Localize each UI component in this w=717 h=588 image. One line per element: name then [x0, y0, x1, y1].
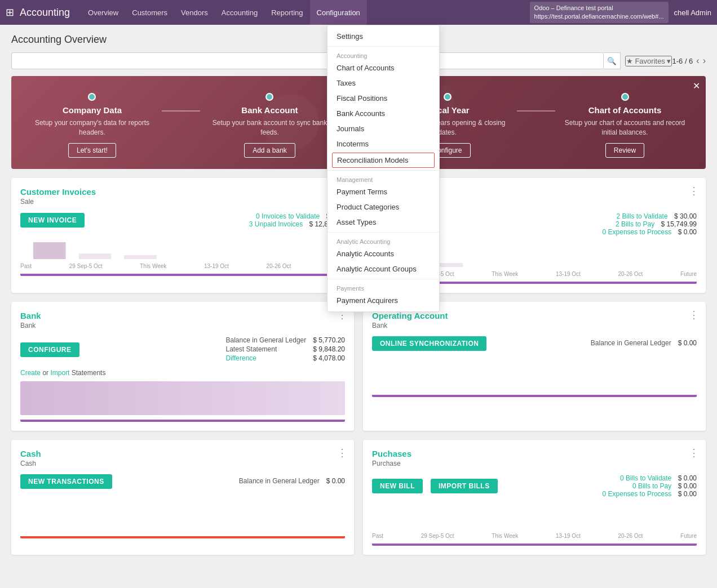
banner-step-chart: Chart of Accounts Setup your chart of ac…: [555, 87, 694, 158]
customer-invoices-card: ⋮ Customer Invoices Sale NEW INVOICE 0 I…: [11, 178, 354, 293]
dropdown-analytic-account-groups[interactable]: Analytic Account Groups: [327, 261, 439, 277]
unpaid-invoices-label[interactable]: 3 Unpaid Invoices: [249, 220, 303, 228]
expenses-value: $ 0.00: [678, 228, 697, 236]
dropdown-product-categories[interactable]: Product Categories: [327, 199, 439, 215]
dropdown-chart-of-accounts[interactable]: Chart of Accounts: [327, 60, 439, 75]
cash-menu[interactable]: ⋮: [337, 447, 347, 459]
customer-invoices-actions: NEW INVOICE 0 Invoices to Validate $ 0.0…: [20, 212, 345, 228]
dropdown-management-label: Management: [327, 173, 439, 184]
dropdown-payments-label: Payments: [327, 282, 439, 293]
banner-step-bank: Bank Account Setup your bank account to …: [200, 87, 339, 158]
dropdown-reconciliation-models[interactable]: Reconciliation Models: [332, 153, 435, 168]
expenses-label[interactable]: 0 Expenses to Process: [603, 228, 672, 236]
nav-vendors[interactable]: Vendors: [174, 0, 215, 25]
dropdown-settings[interactable]: Settings: [327, 29, 439, 44]
purch-bills-validate-label[interactable]: 0 Bills to Validate: [620, 474, 671, 482]
new-transactions-button[interactable]: NEW TRANSACTIONS: [20, 474, 112, 489]
user-menu[interactable]: chell Admin: [674, 8, 711, 17]
favorites-button[interactable]: ★ Favorites ▾: [625, 56, 672, 66]
purch-bills-pay-label[interactable]: 0 Bills to Pay: [632, 482, 671, 490]
invoices-to-validate-label[interactable]: 0 Invoices to Validate: [256, 212, 320, 220]
svg-rect-2: [124, 255, 157, 259]
banner-step-company: Company Data Setup your company's data f…: [23, 87, 162, 158]
dropdown-fiscal-positions[interactable]: Fiscal Positions: [327, 91, 439, 106]
dropdown-payment-terms[interactable]: Payment Terms: [327, 184, 439, 199]
nav-customers[interactable]: Customers: [125, 0, 174, 25]
bank-balance-diff: Difference $ 4,078.00: [226, 354, 345, 362]
step-desc-1: Setup your company's data for reports he…: [28, 118, 156, 137]
step-btn-4[interactable]: Review: [605, 143, 644, 158]
bills-to-pay-label[interactable]: 2 Bills to Pay: [616, 220, 654, 228]
configure-button[interactable]: CONFIGURE: [20, 342, 79, 357]
online-sync-button[interactable]: ONLINE SYNCHRONIZATION: [372, 336, 486, 351]
cash-subtitle: Cash: [20, 460, 345, 467]
step-title-2: Bank Account: [206, 105, 334, 115]
dropdown-divider-1: [327, 46, 439, 47]
dropdown-bank-accounts[interactable]: Bank Accounts: [327, 106, 439, 121]
step-title-1: Company Data: [28, 105, 156, 115]
nav-accounting[interactable]: Accounting: [215, 0, 264, 25]
pagination-next[interactable]: ›: [703, 56, 706, 66]
dropdown-divider-3: [327, 232, 439, 233]
pagination-prev[interactable]: ‹: [696, 56, 699, 66]
operating-account-card: ⋮ Operating Account Bank ONLINE SYNCHRON…: [363, 302, 706, 431]
import-statements-link[interactable]: Import: [50, 369, 69, 377]
dropdown-journals[interactable]: Journals: [327, 121, 439, 136]
bank-actions: CONFIGURE Balance in General Ledger $ 5,…: [20, 336, 345, 363]
operating-balance-general: Balance in General Ledger $ 0.00: [591, 339, 697, 347]
search-button[interactable]: 🔍: [604, 52, 621, 69]
bank-subtitle: Bank: [20, 322, 345, 329]
dropdown-analytic-accounts[interactable]: Analytic Accounts: [327, 246, 439, 261]
purch-expenses-label[interactable]: 0 Expenses to Process: [603, 490, 672, 498]
customer-invoices-chart: [20, 234, 345, 262]
dropdown-analytic-label: Analytic Accounting: [327, 235, 439, 246]
import-bills-button[interactable]: IMPORT BILLS: [431, 479, 498, 493]
nav-configuration[interactable]: Configuration: [310, 0, 367, 25]
bank-links: Create or Import Statements: [20, 369, 345, 377]
step-desc-4: Setup your chart of accounts and record …: [561, 118, 689, 137]
operating-account-actions: ONLINE SYNCHRONIZATION Balance in Genera…: [372, 336, 697, 351]
nav-overview[interactable]: Overview: [81, 0, 125, 25]
dropdown-taxes[interactable]: Taxes: [327, 75, 439, 91]
search-input[interactable]: [11, 52, 604, 69]
purchases-chart: [372, 504, 697, 532]
dropdown-divider-2: [327, 170, 439, 171]
cash-title: Cash: [20, 449, 345, 458]
purchases-card: ⋮ Puchases Purchase NEW BILL IMPORT BILL…: [363, 440, 706, 555]
step-btn-1[interactable]: Let's start!: [68, 143, 116, 158]
purchases-menu[interactable]: ⋮: [689, 447, 699, 459]
topbar-right: Odoo – Definance test portal https://tes…: [530, 2, 711, 24]
dropdown-incoterms[interactable]: Incoterms: [327, 136, 439, 152]
new-invoice-button[interactable]: NEW INVOICE: [20, 213, 85, 228]
vendor-bills-menu[interactable]: ⋮: [689, 185, 699, 197]
nav-reporting[interactable]: Reporting: [264, 0, 309, 25]
cash-chart-area: [20, 495, 345, 534]
bills-to-validate-value: $ 30.00: [674, 212, 697, 220]
bank-chart-area: [20, 381, 345, 415]
purchases-subtitle: Purchase: [372, 460, 697, 467]
operating-account-chart-area: [372, 357, 697, 390]
step-dot-1: [88, 93, 96, 101]
create-statements-link[interactable]: Create: [20, 369, 41, 377]
new-bill-button[interactable]: NEW BILL: [372, 479, 423, 493]
customer-invoices-chart-labels: Past 29 Sep-5 Oct This Week 13-19 Oct 20…: [20, 263, 345, 269]
purchases-actions: NEW BILL IMPORT BILLS 0 Bills to Validat…: [372, 474, 697, 498]
dropdown-divider-4: [327, 279, 439, 279]
cash-balance-general: Balance in General Ledger $ 0.00: [239, 477, 345, 485]
customer-invoices-bottom-bar: [20, 274, 345, 276]
cash-actions: NEW TRANSACTIONS Balance in General Ledg…: [20, 474, 345, 489]
customer-invoices-subtitle: Sale: [20, 198, 345, 206]
operating-account-title: Operating Account: [372, 311, 697, 320]
operating-account-menu[interactable]: ⋮: [689, 309, 699, 321]
purchases-chart-labels: Past 29 Sep-5 Oct This Week 13-19 Oct 20…: [372, 533, 697, 539]
configuration-dropdown: Settings Accounting Chart of Accounts Ta…: [327, 25, 440, 312]
bills-to-validate-label[interactable]: 2 Bills to Validate: [616, 212, 667, 220]
grid-icon[interactable]: ⊞: [6, 6, 14, 19]
bank-balance-general: Balance in General Ledger $ 5,770.20: [226, 336, 345, 344]
purch-expenses-value: $ 0.00: [678, 490, 697, 498]
dropdown-payment-acquirers[interactable]: Payment Acquirers: [327, 293, 439, 308]
dropdown-asset-types[interactable]: Asset Types: [327, 215, 439, 230]
purchases-bottom-bar: [372, 544, 697, 546]
step-btn-2[interactable]: Add a bank: [244, 143, 295, 158]
bank-title: Bank: [20, 311, 345, 320]
